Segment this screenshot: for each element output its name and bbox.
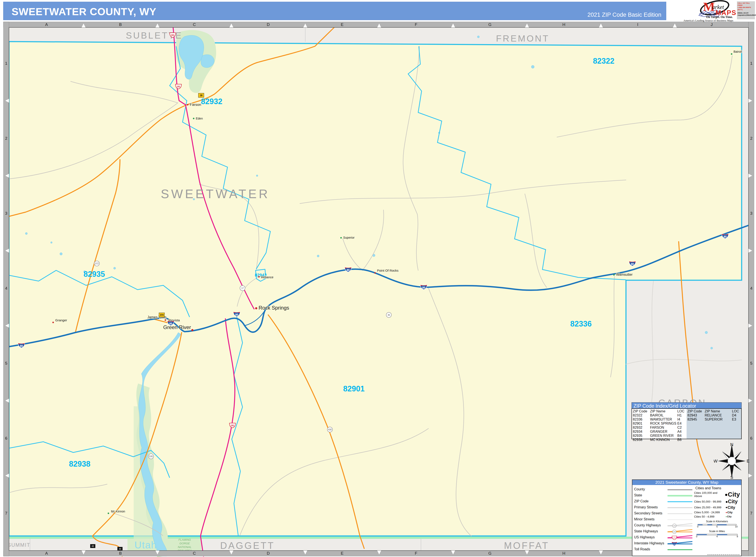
interstate-shield-number: 80 [235, 313, 238, 316]
map-poster-page: { "header": {"title": "SWEETWATER COUNTY… [0, 0, 756, 557]
scale-tick-label: 5 [716, 525, 718, 528]
us-shield-number: 191 [231, 424, 234, 427]
grid-letter-bottom: D [267, 551, 270, 556]
grid-number-right: 3 [750, 211, 753, 215]
scale-tick-label: 0 [697, 525, 698, 528]
legend-sample-shield: 123 [672, 524, 676, 528]
table-cell: C2 [677, 426, 686, 430]
compass-n: N [730, 443, 733, 447]
scale-tick-label: 4 [716, 535, 718, 537]
scale-miles: Scale in Miles 048 [694, 530, 740, 538]
shield-number: 123 [673, 537, 676, 539]
legend-city-label: Cities 25,000 - 49,999 [694, 506, 726, 509]
legend-row-sample [667, 493, 693, 498]
grid-letter-bottom: A [45, 551, 48, 556]
yellow-route-number: 374 [160, 314, 164, 316]
state-route-number: 430 [328, 429, 332, 431]
legend-row-sample [667, 547, 693, 552]
city-dot-icon [725, 494, 727, 496]
page-title: SWEETWATER COUNTY, WY [11, 6, 156, 18]
contact-email-label: EMAIL US AT: [737, 12, 749, 14]
region-label: FREMONT [496, 33, 550, 43]
grid-number-right: 4 [750, 286, 753, 291]
table-row: 82943RELIANCED4 [688, 413, 740, 417]
city-dot-icon [726, 501, 728, 503]
table-row: 82938MC KINNONB6 [633, 438, 686, 442]
legend-city-row: Cities 25,000 - 49,999City [694, 505, 740, 510]
grid-letter-bottom: F [415, 551, 417, 556]
highway-shield-ysq: 28 [198, 93, 204, 97]
legend-row-minor: Minor Streets [634, 516, 694, 522]
grid-number-left: 5 [5, 361, 7, 365]
town-label: Bairoil [733, 50, 742, 53]
table-row: 82336WAMSUTTERI4 [633, 417, 686, 421]
zip-index-right-column: ZIP CodeZIP NameLOC82943RELIANCED482945S… [687, 409, 741, 439]
grid-letter-bottom: H [562, 551, 565, 556]
contact-box: CALL US TOLL FREE! 1-888-434-MAPS (6277)… [737, 1, 755, 19]
table-cell: 82932 [633, 426, 650, 430]
rec-area-label-line: NATIONAL [178, 546, 192, 549]
scale-bar-segment [717, 524, 727, 525]
table-cell: WAMSUTTER [650, 417, 677, 421]
grid-letter-top: J [710, 22, 713, 27]
highway-shield-bsq: 43 [90, 544, 95, 548]
grid-letter-top: I [637, 22, 638, 27]
highway-shield-ysq: 374 [159, 313, 165, 317]
table-cell: H1 [677, 413, 686, 417]
scale-mi-title: Scale in Miles [694, 530, 740, 533]
table-cell: 82943 [688, 413, 705, 417]
legend-row-cohwy: County Highways123 [634, 522, 694, 528]
grid-number-left: 7 [5, 511, 7, 516]
grid-number-left: 6 [5, 436, 7, 440]
legend-sample-shield: 123 [672, 530, 676, 534]
grid-letter-top: A [45, 22, 48, 27]
legend-city-row: Cities 50 - 4,999City [694, 515, 740, 519]
state-route-number: 372 [95, 262, 99, 265]
grid-number-left: 4 [5, 286, 7, 291]
legend-row-label: Primary Streets [634, 505, 667, 509]
scale-bar-segment [698, 524, 703, 525]
scale-bar-segment [717, 534, 727, 535]
interstate-shield-number: 80 [20, 345, 23, 348]
town-dot [187, 104, 188, 106]
zip-code-label: 82901 [343, 384, 365, 393]
logo-tagline: On Target. On Time. [706, 16, 733, 19]
region-label: DAGGETT [220, 540, 275, 551]
legend-cities-header: Cities and Towns [695, 486, 740, 490]
interstate-shield-number: 80 [422, 286, 425, 289]
legend-sample-line [668, 524, 692, 526]
region-label: Utah [134, 539, 157, 551]
town-dot [108, 512, 109, 514]
town-label: Mc Kinnon [111, 510, 125, 513]
legend-row-label: Minor Streets [634, 517, 667, 521]
table-header-cell: ZIP Code [633, 409, 650, 413]
grid-letter-bottom: C [193, 551, 196, 556]
city-dot-icon [726, 516, 727, 517]
legend-row-sample: 123 [667, 540, 693, 546]
table-header-cell: ZIP Name [705, 409, 732, 413]
compass-e: E [747, 459, 749, 463]
compass-rose: N S W E [714, 443, 750, 479]
legend-city-samples: Cities 100,000 and AboveCityCities 50,00… [694, 491, 740, 519]
legend-row-primary: Primary Streets [634, 504, 694, 510]
edition-label: 2021 ZIP Code Basic Edition [587, 11, 661, 18]
legend-row-label: Toll Roads [634, 547, 667, 551]
highway-shield-circle: 17 [240, 286, 245, 291]
legend-city-row: Cities 100,000 and AboveCity [694, 491, 740, 498]
town-label: Green River [163, 324, 191, 330]
zip-code-label: 82938 [69, 460, 90, 468]
rec-area-label-line: GORGE [179, 542, 190, 545]
city-dot-icon [726, 507, 727, 508]
grid-letter-bottom: B [119, 551, 122, 556]
state-route-number: 530 [149, 455, 153, 458]
table-cell: 82945 [688, 417, 705, 421]
scale-kilometers: Scale in Kilometers 0510 [694, 520, 740, 528]
table-cell: B4 [677, 434, 686, 438]
legend-row-label: US Highways [634, 535, 667, 539]
table-cell: GRANGER [650, 430, 677, 434]
legend-row-ushwy: US Highways123 [634, 534, 694, 540]
legend-row-sample: 123 [667, 534, 693, 540]
table-header-cell: ZIP Name [650, 409, 677, 413]
highway-shield-bsq: 44 [117, 547, 122, 551]
region-label: SWEETWATER [161, 187, 270, 201]
